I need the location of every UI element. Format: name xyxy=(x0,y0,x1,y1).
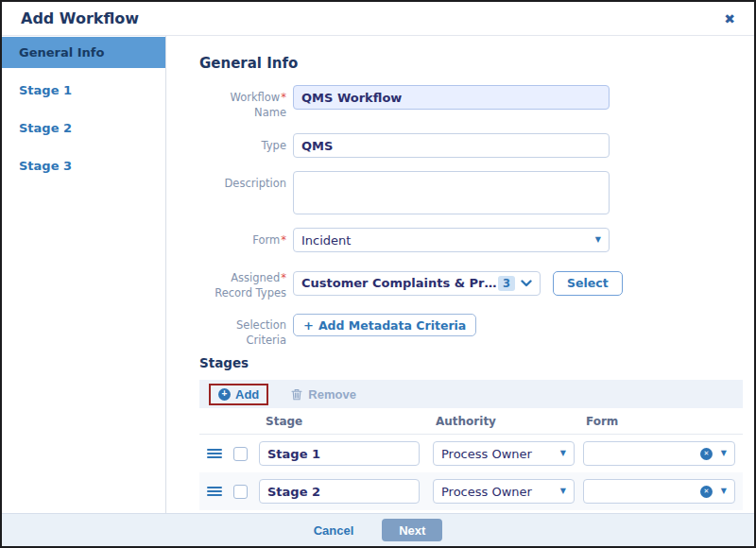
stage-table-row: Process Owner ▼ ✕ ▼ xyxy=(199,435,743,472)
workflow-name-input[interactable] xyxy=(293,85,610,110)
modal-body: General Info Stage 1 Stage 2 Stage 3 Gen… xyxy=(2,36,754,513)
assigned-record-types-row: Assigned* Record Types Customer Complain… xyxy=(199,265,743,300)
sidebar-item-stage-2[interactable]: Stage 2 xyxy=(2,112,165,144)
form-column-select[interactable]: ✕ ▼ xyxy=(583,441,735,466)
dropdown-arrow-icon: ▼ xyxy=(560,488,566,495)
stages-heading: Stages xyxy=(199,355,743,370)
description-row: Description xyxy=(199,171,743,218)
dropdown-arrow-icon: ▼ xyxy=(721,450,727,457)
authority-select[interactable]: Process Owner ▼ xyxy=(433,441,575,466)
stages-toolbar: + Add Remove xyxy=(199,380,743,408)
next-button[interactable]: Next xyxy=(382,519,442,541)
sidebar-item-stage-1[interactable]: Stage 1 xyxy=(2,75,165,106)
annotation-highlight-box: + Add xyxy=(209,384,268,405)
add-metadata-criteria-button[interactable]: + Add Metadata Criteria xyxy=(293,314,476,336)
clear-icon[interactable]: ✕ xyxy=(700,448,713,460)
assigned-record-types-label: Assigned* Record Types xyxy=(199,265,286,300)
workflow-name-row: Workflow* Name xyxy=(199,85,743,120)
stage-name-input[interactable] xyxy=(259,479,420,504)
main-panel: General Info Workflow* Name Type xyxy=(166,36,754,513)
section-heading: General Info xyxy=(199,55,743,72)
record-count-badge: 3 xyxy=(498,276,515,291)
selection-criteria-row: Selection Criteria + Add Metadata Criter… xyxy=(199,314,743,348)
select-button[interactable]: Select xyxy=(553,271,623,296)
form-select[interactable]: Incident ▼ xyxy=(293,228,610,252)
remove-stage-button[interactable]: Remove xyxy=(291,387,356,402)
description-field[interactable] xyxy=(293,171,610,214)
required-asterisk: * xyxy=(281,271,286,284)
close-icon[interactable]: ✖ xyxy=(724,11,735,26)
plus-circle-icon: + xyxy=(218,388,231,401)
cancel-button[interactable]: Cancel xyxy=(314,523,354,538)
column-header-form: Form xyxy=(583,415,618,428)
dropdown-arrow-icon: ▼ xyxy=(595,236,601,244)
stage-name-input[interactable] xyxy=(259,441,420,466)
column-header-authority: Authority xyxy=(433,415,583,428)
form-column-select[interactable]: ✕ ▼ xyxy=(583,479,735,504)
form-label: Form* xyxy=(199,228,286,252)
type-input[interactable] xyxy=(293,133,610,158)
stage-table-row: Process Owner ▼ ✕ ▼ xyxy=(199,472,743,510)
add-workflow-modal: Add Workflow ✖ General Info Stage 1 Stag… xyxy=(0,0,756,548)
sidebar-item-general-info[interactable]: General Info xyxy=(2,37,165,68)
add-stage-button[interactable]: + Add xyxy=(218,387,259,402)
stages-table-header: Stage Authority Form xyxy=(199,408,743,435)
modal-footer: Cancel Next xyxy=(2,513,754,546)
authority-select[interactable]: Process Owner ▼ xyxy=(433,479,575,504)
description-label: Description xyxy=(199,171,286,218)
sidebar-item-label: Stage 1 xyxy=(19,83,72,97)
dropdown-arrow-icon: ▼ xyxy=(560,450,566,457)
selection-criteria-label: Selection Criteria xyxy=(199,314,286,348)
modal-header: Add Workflow ✖ xyxy=(2,2,754,36)
sidebar: General Info Stage 1 Stage 2 Stage 3 xyxy=(2,36,166,513)
sidebar-item-stage-3[interactable]: Stage 3 xyxy=(2,150,165,181)
plus-icon: + xyxy=(303,318,314,333)
drag-handle-icon[interactable] xyxy=(207,487,233,496)
trash-icon xyxy=(291,388,302,401)
required-asterisk: * xyxy=(281,233,286,247)
column-header-stage: Stage xyxy=(259,415,433,428)
required-asterisk: * xyxy=(281,91,286,104)
type-label: Type xyxy=(199,133,286,158)
row-checkbox[interactable] xyxy=(233,485,248,499)
sidebar-item-label: General Info xyxy=(19,45,104,60)
sidebar-item-label: Stage 3 xyxy=(19,159,72,173)
chevron-down-icon xyxy=(521,280,532,287)
dropdown-arrow-icon: ▼ xyxy=(721,488,727,495)
drag-handle-icon[interactable] xyxy=(207,449,233,458)
sidebar-item-label: Stage 2 xyxy=(19,121,72,135)
type-row: Type xyxy=(199,133,743,158)
row-checkbox[interactable] xyxy=(233,447,248,461)
modal-title: Add Workflow xyxy=(21,9,139,27)
form-row: Form* Incident ▼ xyxy=(199,228,743,252)
workflow-name-label: Workflow* Name xyxy=(199,85,286,120)
clear-icon[interactable]: ✕ xyxy=(700,486,713,498)
assigned-record-types-select[interactable]: Customer Complaints & Product Returns 3 xyxy=(293,271,541,296)
